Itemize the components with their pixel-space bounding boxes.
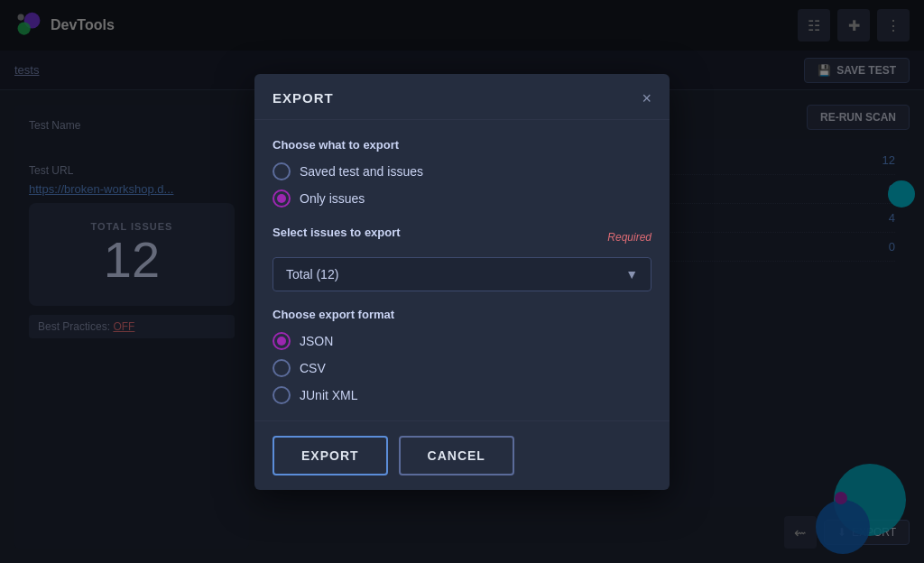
radio-junit[interactable]: JUnit XML bbox=[273, 386, 651, 404]
select-issues-row: Select issues to export Required bbox=[273, 226, 651, 250]
radio-only-issues-label: Only issues bbox=[300, 191, 365, 206]
radio-saved-test-label: Saved test and issues bbox=[300, 164, 423, 179]
radio-json-indicator bbox=[273, 332, 291, 350]
export-type-radio-group: Saved test and issues Only issues bbox=[273, 162, 651, 208]
format-radio-group: JSON CSV JUnit XML bbox=[273, 332, 651, 404]
required-label: Required bbox=[607, 231, 651, 244]
modal-close-button[interactable]: × bbox=[642, 90, 651, 106]
radio-json[interactable]: JSON bbox=[273, 332, 651, 350]
export-modal: EXPORT × Choose what to export Saved tes… bbox=[254, 74, 670, 490]
radio-only-issues-indicator bbox=[273, 189, 291, 208]
radio-json-label: JSON bbox=[300, 334, 333, 348]
modal-body: Choose what to export Saved test and iss… bbox=[254, 120, 670, 420]
format-label: Choose export format bbox=[273, 308, 651, 321]
issues-select-value: Total (12) bbox=[286, 267, 338, 282]
export-confirm-button[interactable]: EXPORT bbox=[273, 436, 388, 475]
modal-header: EXPORT × bbox=[254, 74, 670, 120]
choose-export-label: Choose what to export bbox=[273, 138, 651, 152]
issues-select-dropdown[interactable]: Total (12) ▼ bbox=[273, 257, 651, 291]
chevron-down-icon: ▼ bbox=[625, 267, 638, 282]
cancel-button[interactable]: CANCEL bbox=[399, 436, 514, 475]
radio-csv[interactable]: CSV bbox=[273, 359, 651, 377]
radio-only-issues-dot bbox=[277, 194, 286, 203]
radio-csv-label: CSV bbox=[300, 361, 326, 375]
radio-only-issues[interactable]: Only issues bbox=[273, 189, 651, 208]
modal-footer: EXPORT CANCEL bbox=[254, 420, 670, 490]
radio-junit-label: JUnit XML bbox=[300, 388, 358, 402]
radio-junit-indicator bbox=[273, 386, 291, 404]
modal-overlay: EXPORT × Choose what to export Saved tes… bbox=[0, 0, 924, 563]
radio-saved-test-indicator bbox=[273, 162, 291, 180]
select-issues-label: Select issues to export bbox=[273, 226, 401, 239]
radio-saved-test[interactable]: Saved test and issues bbox=[273, 162, 651, 180]
radio-json-dot bbox=[277, 337, 286, 346]
radio-csv-indicator bbox=[273, 359, 291, 377]
modal-title: EXPORT bbox=[273, 90, 334, 106]
